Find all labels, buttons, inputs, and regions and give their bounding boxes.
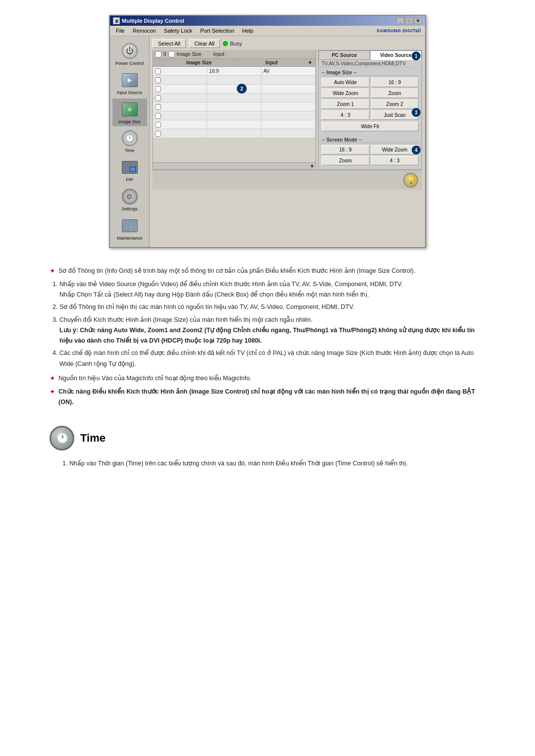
btn-wide-fit[interactable]: Wide Fit [321, 122, 419, 131]
list-item-1-main: Nhấp vào thẻ Video Source (Nguồn Video) … [59, 281, 403, 288]
row-cell-n [262, 129, 316, 138]
bottom-icon: 💡 [403, 173, 418, 188]
row-check-cell-4[interactable] [153, 94, 207, 102]
row-check-cell-3[interactable] [153, 85, 207, 93]
row-check-cell-6[interactable] [153, 111, 207, 120]
btn-wide-zoom[interactable]: Wide Zoom [321, 89, 370, 98]
btn-16-9[interactable]: 16 : 9 [371, 78, 419, 87]
row-check-cell[interactable] [153, 67, 207, 75]
power-icon-shape [122, 43, 138, 59]
sidebar-item-pip[interactable]: PIP [112, 156, 147, 185]
row-cell-d [262, 85, 316, 93]
menu-help[interactable]: Help [238, 27, 258, 35]
btn-auto-wide[interactable]: Auto Wide [321, 78, 370, 87]
btn-zoom[interactable]: Zoom [371, 89, 419, 98]
app-bottom: 💡 [153, 170, 422, 190]
row-cell-b [262, 76, 316, 84]
time-list-item-1: Nhấp vào Thời gian (Time) trên các biểu … [69, 458, 476, 469]
row-check-cell-7[interactable] [153, 120, 207, 129]
btn-4-3[interactable]: 4 : 3 [321, 110, 370, 120]
list-item-1-sub: Nhấp Chọn Tất cả (Select All) hay dùng H… [59, 291, 369, 298]
btn-sm-4-3[interactable]: 4 : 3 [371, 156, 419, 165]
clear-all-button[interactable]: Clear All [189, 39, 220, 48]
time-section: 🕐 Time Nhấp vào Thời gian (Time) trên cá… [30, 411, 505, 469]
btn-sm-zoom[interactable]: Zoom [321, 156, 370, 165]
sidebar-item-power-control[interactable]: Power Control [112, 40, 147, 68]
maximize-button[interactable]: □ [405, 17, 413, 24]
table-row [153, 111, 316, 120]
sidebar-label-input: Input Source [117, 90, 142, 96]
row-cell-k [207, 120, 261, 129]
star-text-3: Chức năng Điều khiển Kích thước Hình ảnh… [58, 387, 485, 408]
grid-body: 16:9 AV [153, 67, 316, 163]
busy-indicator: Busy [223, 41, 242, 47]
btn-zoom1[interactable]: Zoom 1 [321, 100, 370, 109]
list-item-3-main: Chuyển đổi Kích thước Hình ảnh (Image Si… [59, 316, 313, 323]
title-controls[interactable]: _ □ ✕ [396, 17, 422, 24]
menu-file[interactable]: File [112, 27, 129, 35]
sidebar-item-maintenance[interactable]: 🔧 Maintenance [112, 215, 147, 243]
table-row [153, 76, 316, 85]
menu-portselection[interactable]: Port Selection [196, 27, 238, 35]
maintenance-icon: 🔧 [121, 217, 139, 235]
sidebar-item-time[interactable]: 🕐 Time [112, 127, 147, 155]
scroll-up[interactable]: ▲ [308, 59, 316, 66]
panel-tabs: PC Source Video Source [319, 50, 422, 60]
list-item-4: Các chế độ màn hình chỉ có thể được điều… [59, 348, 485, 369]
time-item-1-text: Nhấp vào Thời gian (Time) trên các biểu … [69, 460, 408, 467]
row-checkbox-3[interactable] [155, 86, 161, 92]
sidebar-label-settings: Settings [121, 206, 138, 212]
row-check-cell-2[interactable] [153, 76, 207, 84]
scroll-down-btn[interactable]: ▼ [310, 163, 315, 169]
table-row [153, 129, 316, 138]
input-col-header: Input [214, 51, 224, 57]
time-body-text: Nhấp vào Thời gian (Time) trên các biểu … [50, 458, 485, 469]
row-check-cell-5[interactable] [153, 102, 207, 111]
btn-sm-16-9[interactable]: 16 : 9 [321, 145, 370, 154]
star-item-2: ✦ Nguồn tín hiệu Vào của MagicInfo chỉ h… [50, 373, 485, 384]
select-all-button[interactable]: Select All [153, 39, 186, 48]
pip-icon [121, 158, 139, 176]
row-cell-h [262, 102, 316, 111]
check-col2[interactable] [168, 51, 175, 57]
row-checkbox-2[interactable] [155, 77, 161, 83]
image-size-section: ─ Image Size ─ Auto Wide 16 : 9 Wide Zoo… [319, 68, 422, 135]
row-checkbox-4[interactable] [155, 95, 161, 101]
toolbar: Select All Clear All Busy [153, 39, 422, 48]
sidebar-item-image-size[interactable]: ⊞ Image Size [112, 99, 147, 127]
app-icon: 🖥 [113, 17, 120, 24]
row-checkbox-8[interactable] [155, 131, 161, 137]
power-icon [121, 42, 139, 60]
row-checkbox-5[interactable] [155, 104, 161, 110]
callout-3: 3 [412, 108, 421, 117]
wide-fit-row: Wide Fit [321, 122, 419, 131]
row-checkbox-7[interactable] [155, 122, 161, 128]
panel-source-row: TV,AV,S-Video,Component,HDMI,DTV [319, 60, 422, 68]
check-label-0: 0 [163, 51, 166, 57]
menu-safetylock[interactable]: Safety Lock [160, 27, 196, 35]
input-source-icon: ▶ [121, 71, 139, 89]
busy-dot [223, 41, 228, 46]
table-row [153, 120, 316, 129]
screen-mode-title: ─ Screen Mode ─ [321, 137, 419, 143]
menu-remocon[interactable]: Remocon [129, 27, 160, 35]
sidebar-item-settings[interactable]: ⚙ Settings [112, 186, 147, 214]
btn-zoom2[interactable]: Zoom 2 [371, 100, 419, 109]
star-item-3: ✦ Chức năng Điều khiển Kích thước Hình ả… [50, 387, 485, 408]
list-item-3: Chuyển đổi Kích thước Hình ảnh (Image Si… [59, 315, 485, 347]
row-cell-f [262, 94, 316, 102]
app-body: Power Control ▶ Input Source ⊞ Image Siz… [110, 36, 425, 247]
close-button[interactable]: ✕ [414, 17, 422, 24]
sidebar-item-input-source[interactable]: ▶ Input Source [112, 69, 147, 98]
row-checkbox-6[interactable] [155, 113, 161, 119]
minimize-button[interactable]: _ [396, 17, 404, 24]
time-section-title: Time [80, 432, 106, 445]
row-check-cell-8[interactable] [153, 129, 207, 138]
tab-pc-source[interactable]: PC Source [319, 50, 370, 60]
row-cell-m [207, 129, 261, 138]
grid-col-imagesize-header: Image Size [163, 59, 236, 66]
app-title: Multiple Display Control [122, 18, 184, 24]
row-cell-e [207, 94, 261, 102]
row-checkbox[interactable] [155, 68, 161, 74]
check-col1[interactable] [155, 51, 161, 57]
